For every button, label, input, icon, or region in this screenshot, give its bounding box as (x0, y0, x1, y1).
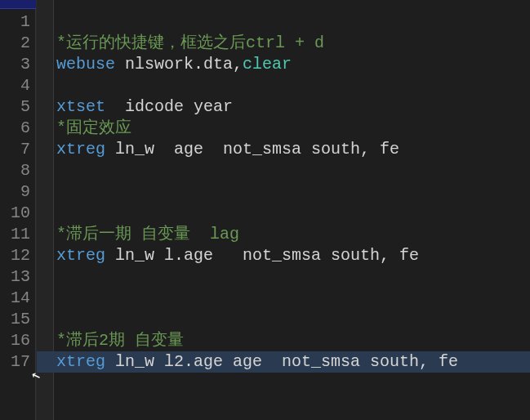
line-number: 2 (0, 33, 30, 54)
code-token: *滞后2期 自变量 (56, 331, 184, 350)
code-line[interactable] (37, 288, 530, 309)
code-line[interactable]: *滞后2期 自变量 (37, 330, 530, 351)
line-number: 13 (0, 266, 30, 288)
line-number: 7 (0, 139, 30, 160)
line-number: 6 (0, 118, 30, 139)
code-token: nlswork.dta, (115, 55, 243, 74)
line-number: 12 (0, 245, 30, 266)
line-number: 14 (0, 288, 30, 309)
code-token: *固定效应 (56, 118, 131, 137)
line-number: 3 (0, 54, 30, 75)
code-line[interactable] (37, 309, 530, 330)
code-line[interactable]: *滞后一期 自变量 lag (37, 224, 530, 245)
code-line[interactable] (37, 75, 530, 96)
code-line[interactable]: *运行的快捷键，框选之后ctrl + d (37, 33, 530, 54)
code-editor[interactable]: 1234567891011121314151617 *运行的快捷键，框选之后ct… (0, 0, 530, 420)
line-number: 16 (0, 330, 30, 351)
line-number: 15 (0, 309, 30, 330)
line-number-gutter: 1234567891011121314151617 (0, 0, 36, 420)
code-line[interactable]: xtreg ln_w age not_smsa south, fe (37, 139, 530, 160)
code-line[interactable]: xtreg ln_w l.age not_smsa south, fe (37, 245, 530, 266)
code-token: xtreg (56, 246, 105, 265)
code-line[interactable] (37, 11, 530, 33)
code-line[interactable] (37, 181, 530, 203)
code-area[interactable]: *运行的快捷键，框选之后ctrl + dwebuse nlswork.dta,c… (36, 0, 530, 420)
line-number: 9 (0, 181, 30, 203)
line-number: 17 (0, 351, 30, 373)
code-line[interactable]: xtset idcode year (37, 96, 530, 118)
line-number: 8 (0, 160, 30, 181)
code-token: *滞后一期 自变量 lag (56, 225, 239, 244)
line-number: 1 (0, 11, 30, 33)
code-line[interactable] (37, 160, 530, 181)
code-token: clear (243, 55, 292, 74)
code-line[interactable]: xtreg ln_w l2.age age not_smsa south, fe (37, 351, 530, 373)
line-number: 4 (0, 75, 30, 96)
line-number: 11 (0, 224, 30, 245)
code-line[interactable]: webuse nlswork.dta,clear (37, 54, 530, 75)
code-token: idcode year (105, 97, 233, 116)
code-token: *运行的快捷键，框选之后ctrl + d (56, 34, 324, 52)
code-token: ln_w l.age not_smsa south, fe (105, 246, 419, 265)
code-token: ln_w age not_smsa south, fe (105, 140, 399, 159)
code-token: ln_w l2.age age not_smsa south, fe (105, 352, 458, 371)
code-line[interactable] (37, 266, 530, 288)
line-number: 5 (0, 96, 30, 118)
code-line[interactable] (37, 203, 530, 224)
code-line[interactable]: *固定效应 (37, 118, 530, 139)
code-token: xtset (56, 97, 105, 116)
code-token: webuse (56, 55, 115, 74)
line-number: 10 (0, 203, 30, 224)
code-token: xtreg (56, 140, 105, 159)
code-token: xtreg (56, 352, 105, 371)
